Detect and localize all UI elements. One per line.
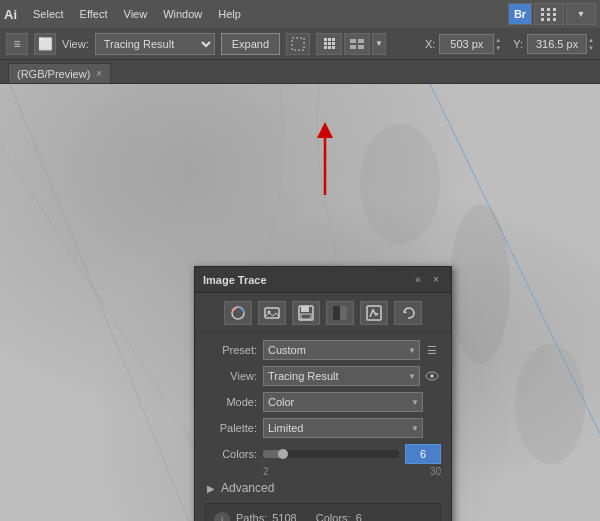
svg-rect-19 [301, 314, 311, 319]
slider-max-label: 30 [430, 466, 441, 477]
svg-rect-15 [265, 308, 279, 318]
selection-icon[interactable] [286, 33, 310, 55]
x-coordinate: X: ▲ ▼ [425, 34, 501, 54]
y-input[interactable] [527, 34, 587, 54]
svg-rect-0 [292, 38, 304, 50]
view-eye-icon[interactable] [423, 366, 441, 386]
advanced-label: Advanced [221, 481, 274, 495]
svg-rect-21 [333, 306, 340, 320]
paths-label: Paths: [236, 512, 267, 521]
panel-icon-row [195, 293, 451, 332]
view-select-wrapper: Tracing Result [263, 366, 420, 386]
palette-row: Palette: Limited [205, 418, 441, 438]
view-select[interactable]: Tracing Result [263, 366, 420, 386]
y-coordinate: Y: ▲ ▼ [513, 34, 594, 54]
menu-view[interactable]: View [116, 4, 156, 24]
x-input[interactable] [439, 34, 494, 54]
reset-icon-btn[interactable] [394, 301, 422, 325]
photo-icon-btn[interactable] [258, 301, 286, 325]
svg-rect-3 [350, 45, 356, 49]
panel-body: Preset: Custom ☰ View: Tracing Result [195, 332, 451, 521]
preset-select-wrapper: Custom [263, 340, 420, 360]
panel-minimize-btn[interactable]: « [411, 273, 425, 287]
tab-close-btn[interactable]: × [96, 68, 102, 79]
save-icon-btn[interactable] [292, 301, 320, 325]
expand-button[interactable]: Expand [221, 33, 280, 55]
colors-slider-thumb[interactable] [278, 449, 288, 459]
menu-help[interactable]: Help [210, 4, 249, 24]
slider-range-labels: 2 30 [263, 466, 441, 477]
y-label: Y: [513, 38, 523, 50]
outline-icon-btn[interactable] [360, 301, 388, 325]
info-section: i Paths: 5108 Colors: 6 Anchors: 49951 [205, 503, 441, 521]
panel-close-btn[interactable]: × [429, 273, 443, 287]
grid-btn-1[interactable] [316, 33, 342, 55]
preset-list-icon[interactable]: ☰ [423, 340, 441, 360]
view-label: View: [205, 370, 257, 382]
preset-select[interactable]: Custom [263, 340, 420, 360]
tab-title: (RGB/Preview) [17, 68, 90, 80]
svg-rect-18 [301, 306, 309, 312]
palette-select-wrapper: Limited [263, 418, 423, 438]
svg-rect-2 [358, 39, 364, 43]
slider-min-label: 2 [263, 466, 269, 477]
mode-select[interactable]: Color [263, 392, 423, 412]
preset-row: Preset: Custom ☰ [205, 340, 441, 360]
image-trace-panel: Image Trace « × [194, 266, 452, 521]
br-icon[interactable]: Br [508, 3, 532, 25]
svg-rect-4 [358, 45, 364, 49]
mode-select-wrapper: Color [263, 392, 423, 412]
grid-btn-dropdown[interactable]: ▼ [372, 33, 386, 55]
tabbar: (RGB/Preview) × [0, 60, 600, 84]
menu-effect[interactable]: Effect [72, 4, 116, 24]
panel-title: Image Trace [203, 274, 267, 286]
grid-buttons: ▼ [316, 33, 386, 55]
colors-label: Colors: [205, 448, 257, 460]
svg-point-25 [430, 374, 434, 378]
palette-select[interactable]: Limited [263, 418, 423, 438]
view-select[interactable]: Tracing Result [95, 33, 215, 55]
silhouette-icon-btn[interactable] [326, 301, 354, 325]
app-logo: Ai [4, 7, 17, 22]
info-text: Paths: 5108 Colors: 6 Anchors: 49951 [236, 510, 362, 521]
preset-label: Preset: [205, 344, 257, 356]
toolbar-icon-1[interactable]: ≡ [6, 33, 28, 55]
colors-row: Colors: 6 [205, 444, 441, 464]
y-down[interactable]: ▼ [588, 44, 594, 52]
layout-icon[interactable] [534, 3, 564, 25]
svg-rect-1 [350, 39, 356, 43]
menu-window[interactable]: Window [155, 4, 210, 24]
canvas-area: Image Trace « × [0, 84, 600, 521]
x-up[interactable]: ▲ [495, 36, 501, 44]
info-icon: i [214, 512, 230, 521]
colors-info-value: 6 [356, 512, 362, 521]
mode-label: Mode: [205, 396, 257, 408]
advanced-section[interactable]: ▶ Advanced [205, 481, 441, 495]
auto-color-icon-btn[interactable] [224, 301, 252, 325]
panel-header: Image Trace « × [195, 267, 451, 293]
grid-btn-2[interactable] [344, 33, 370, 55]
toolbar: ≡ ⬜ View: Tracing Result Expand ▼ [0, 28, 600, 60]
colors-value-input[interactable]: 6 [405, 444, 441, 464]
y-up[interactable]: ▲ [588, 36, 594, 44]
toolbar-icon-2[interactable]: ⬜ [34, 33, 56, 55]
panel-controls: « × [411, 273, 443, 287]
x-down[interactable]: ▼ [495, 44, 501, 52]
x-label: X: [425, 38, 435, 50]
view-row: View: Tracing Result [205, 366, 441, 386]
colors-info-label: Colors: [316, 512, 351, 521]
mode-row: Mode: Color [205, 392, 441, 412]
menubar: Ai Select Effect View Window Help Br ▼ [0, 0, 600, 28]
document-tab[interactable]: (RGB/Preview) × [8, 63, 111, 83]
advanced-triangle-icon: ▶ [205, 482, 217, 494]
paths-info: Paths: 5108 Colors: 6 [236, 510, 362, 521]
menu-select[interactable]: Select [25, 4, 72, 24]
colors-slider-track[interactable] [263, 450, 399, 458]
palette-label: Palette: [205, 422, 257, 434]
arrange-icon[interactable]: ▼ [566, 3, 596, 25]
view-label: View: [62, 38, 89, 50]
paths-value: 5108 [272, 512, 296, 521]
